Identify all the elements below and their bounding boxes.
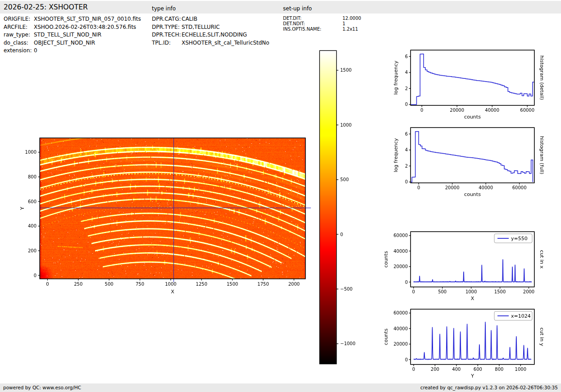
field-value: XSHOO.2026-02-26T03:48:20.576.fits <box>34 24 136 30</box>
footer-right: created by qc_rawdisp.py v1.2.3 on 2026-… <box>420 385 558 390</box>
field-value: STD,TELLURIC <box>182 24 220 30</box>
field-label: INS.OPTI5.NAME: <box>283 27 342 32</box>
field-label: ARCFILE: <box>4 24 34 30</box>
field-value: XSHOOTER_slt_cal_TelluricStdNo <box>182 40 269 46</box>
field-value: STD_TELL_SLIT_NOD_NIR <box>34 32 101 38</box>
field-value: 1 <box>342 21 345 26</box>
type-info-row: DPR.TECH:ECHELLE,SLIT,NODDING <box>152 32 269 40</box>
qc-report-page: 2026-02-25: XSHOOTER type info set-up in… <box>0 0 561 392</box>
field-label: extension: <box>4 47 34 54</box>
histogram-detail-plot <box>379 43 561 126</box>
field-label: DPR.CATG: <box>152 16 182 22</box>
field-label: DPR.TYPE: <box>152 24 182 30</box>
detector-image-plot <box>14 131 320 302</box>
type-info-row: DPR.TYPE:STD,TELLURIC <box>152 24 269 32</box>
section-label-type-info: type info <box>152 5 176 12</box>
field-value: XSHOOTER_SLT_STD_NIR_057_0010.fits <box>34 16 141 22</box>
field-label: raw_type: <box>4 32 34 38</box>
footer-bar: powered by QC: www.eso.org/HC created by… <box>0 383 561 392</box>
field-value: 0 <box>34 47 37 54</box>
colorbar <box>313 45 367 369</box>
type-info-block: DPR.CATG:CALIB DPR.TYPE:STD,TELLURIC DPR… <box>152 16 269 47</box>
header-bar: 2026-02-25: XSHOOTER type info set-up in… <box>0 1 561 14</box>
field-label: ORIGFILE: <box>4 16 34 22</box>
field-value: OBJECT_SLIT_NOD_NIR <box>34 40 95 46</box>
histogram-full-plot <box>379 120 561 204</box>
field-label: DPR.TECH: <box>152 32 182 38</box>
field-value: 1.2x11 <box>342 27 358 32</box>
setup-info-row: INS.OPTI5.NAME:1.2x11 <box>283 27 361 32</box>
field-label: DET.NDIT: <box>283 21 342 26</box>
field-value: ECHELLE,SLIT,NODDING <box>182 32 247 38</box>
field-label: DET.DIT: <box>283 16 342 21</box>
file-info-row: ARCFILE:XSHOO.2026-02-26T03:48:20.576.fi… <box>4 24 141 32</box>
type-info-row: TPL.ID:XSHOOTER_slt_cal_TelluricStdNo <box>152 40 269 48</box>
field-value: CALIB <box>182 16 197 22</box>
file-info-row: extension:0 <box>4 47 141 55</box>
cut-in-x-plot <box>379 224 561 308</box>
type-info-row: DPR.CATG:CALIB <box>152 16 269 24</box>
file-info-row: do_class:OBJECT_SLIT_NOD_NIR <box>4 40 141 48</box>
file-info-row: ORIGFILE:XSHOOTER_SLT_STD_NIR_057_0010.f… <box>4 16 141 24</box>
file-info-block: ORIGFILE:XSHOOTER_SLT_STD_NIR_057_0010.f… <box>4 16 141 55</box>
footer-left: powered by QC: www.eso.org/HC <box>3 385 81 390</box>
section-label-setup-info: set-up info <box>283 5 312 12</box>
field-label: do_class: <box>4 40 34 46</box>
file-info-row: raw_type:STD_TELL_SLIT_NOD_NIR <box>4 32 141 40</box>
setup-info-row: DET.NDIT:1 <box>283 21 361 27</box>
cut-in-y-plot <box>379 302 561 385</box>
field-value: 12.0000 <box>342 16 361 21</box>
setup-info-row: DET.DIT:12.0000 <box>283 16 361 21</box>
page-title: 2026-02-25: XSHOOTER <box>4 3 88 11</box>
field-label: TPL.ID: <box>152 40 182 46</box>
setup-info-block: DET.DIT:12.0000 DET.NDIT:1 INS.OPTI5.NAM… <box>283 16 361 32</box>
